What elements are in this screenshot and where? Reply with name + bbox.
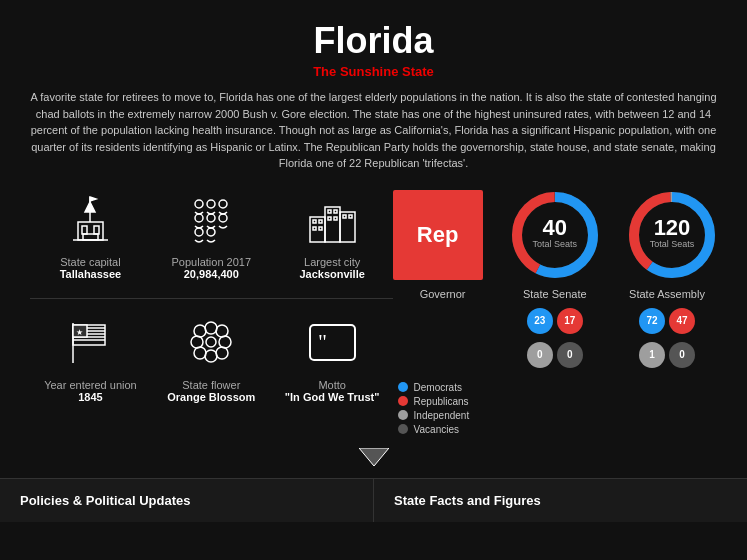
assembly-dem-badge: 72 [639, 308, 665, 334]
senate-rep-badge: 17 [557, 308, 583, 334]
senate-votes-2: 0 0 [510, 342, 600, 368]
governor-label: Governor [398, 288, 488, 300]
svg-point-12 [195, 214, 203, 222]
state-title: Florida [30, 20, 717, 62]
svg-point-46 [194, 347, 206, 359]
city-icon [302, 190, 362, 250]
flower-icon [181, 313, 241, 373]
svg-point-39 [206, 337, 216, 347]
section-labels: Governor State Senate State Assembly [393, 288, 717, 300]
svg-rect-24 [328, 210, 331, 213]
svg-rect-48 [310, 325, 355, 360]
ind-legend-label: Independent [414, 410, 470, 421]
population-label: Population 2017 [172, 256, 252, 268]
tab-policies[interactable]: Policies & Political Updates [0, 479, 374, 522]
svg-point-10 [207, 200, 215, 208]
senate-donut-label: 40 Total Seats [533, 217, 578, 249]
vac-legend: Vacancies [398, 424, 470, 435]
population-item: Population 2017 20,984,400 [156, 190, 266, 280]
largest-city-value: Jacksonville [299, 268, 364, 280]
svg-point-15 [195, 228, 203, 236]
capital-item: State capital Tallahassee [35, 190, 145, 280]
votes-row-2: 0 0 1 0 [393, 342, 717, 368]
population-value: 20,984,400 [184, 268, 239, 280]
flower-value: Orange Blossom [167, 391, 255, 403]
senate-donut: 40 Total Seats [510, 190, 600, 280]
union-value: 1845 [78, 391, 102, 403]
largest-city-label: Largest city [304, 256, 360, 268]
vac-legend-dot [398, 424, 408, 434]
flower-label: State flower [182, 379, 240, 391]
political-row: Rep [393, 190, 717, 280]
svg-point-13 [207, 214, 215, 222]
motto-icon: " [302, 313, 362, 373]
capital-label: State capital [60, 256, 121, 268]
motto-value: "In God We Trust" [285, 391, 380, 403]
svg-rect-2 [94, 226, 99, 234]
svg-marker-57 [359, 448, 389, 466]
rep-legend: Republicans [398, 396, 470, 407]
assembly-votes: 72 47 [622, 308, 712, 334]
capital-icon [60, 190, 120, 250]
senate-label: State Senate [510, 288, 600, 300]
svg-rect-26 [328, 217, 331, 220]
svg-rect-21 [319, 220, 322, 223]
facts-row-1: State capital Tallahassee [30, 190, 393, 280]
governor-party-label: Rep [417, 222, 459, 248]
svg-point-47 [216, 347, 228, 359]
motto-item: " Motto "In God We Trust" [277, 313, 387, 403]
svg-text:": " [318, 329, 327, 354]
vac-legend-label: Vacancies [414, 424, 459, 435]
svg-point-44 [194, 325, 206, 337]
dem-legend-label: Democrats [414, 382, 462, 393]
dem-legend-dot [398, 382, 408, 392]
right-panel: Rep [393, 190, 717, 438]
largest-city-item: Largest city Jacksonville [277, 190, 387, 280]
assembly-vac-badge: 0 [669, 342, 695, 368]
ind-legend: Independent [398, 410, 470, 421]
assembly-label: State Assembly [622, 288, 712, 300]
rep-legend-label: Republicans [414, 396, 469, 407]
union-item: ★ Year entered union 1845 [35, 313, 145, 403]
senate-total-label: Total Seats [533, 239, 578, 249]
assembly-rep-badge: 47 [669, 308, 695, 334]
tab-facts[interactable]: State Facts and Figures [374, 479, 747, 522]
governor-votes [398, 308, 488, 334]
governor-party-box: Rep [393, 190, 483, 280]
svg-rect-27 [334, 217, 337, 220]
svg-point-41 [205, 350, 217, 362]
dem-legend: Democrats [398, 382, 470, 393]
svg-point-14 [219, 214, 227, 222]
flag-icon: ★ [60, 313, 120, 373]
svg-point-40 [205, 322, 217, 334]
svg-point-45 [216, 325, 228, 337]
svg-rect-28 [343, 215, 346, 218]
arrow-section [0, 448, 747, 468]
population-icon [181, 190, 241, 250]
senate-vac-badge: 0 [557, 342, 583, 368]
union-label: Year entered union [44, 379, 137, 391]
governor-votes-2 [398, 342, 488, 368]
svg-rect-29 [349, 215, 352, 218]
left-panel: State capital Tallahassee [30, 190, 393, 421]
assembly-total-label: Total Seats [650, 239, 695, 249]
state-description: A favorite state for retirees to move to… [30, 89, 717, 172]
assembly-total: 120 [650, 217, 695, 239]
rep-legend-dot [398, 396, 408, 406]
svg-marker-4 [85, 202, 95, 212]
senate-votes: 23 17 [510, 308, 600, 334]
state-subtitle: The Sunshine State [30, 64, 717, 79]
flower-item: State flower Orange Blossom [156, 313, 266, 403]
svg-point-9 [195, 200, 203, 208]
votes-row-1: 23 17 72 47 [393, 308, 717, 334]
svg-rect-1 [82, 226, 87, 234]
svg-marker-8 [90, 197, 96, 201]
capital-value: Tallahassee [60, 268, 122, 280]
svg-point-43 [219, 336, 231, 348]
bottom-tabs: Policies & Political Updates State Facts… [0, 478, 747, 522]
assembly-donut-label: 120 Total Seats [650, 217, 695, 249]
divider-1 [30, 298, 393, 299]
assembly-ind-badge: 1 [639, 342, 665, 368]
motto-label: Motto [318, 379, 346, 391]
ind-legend-dot [398, 410, 408, 420]
